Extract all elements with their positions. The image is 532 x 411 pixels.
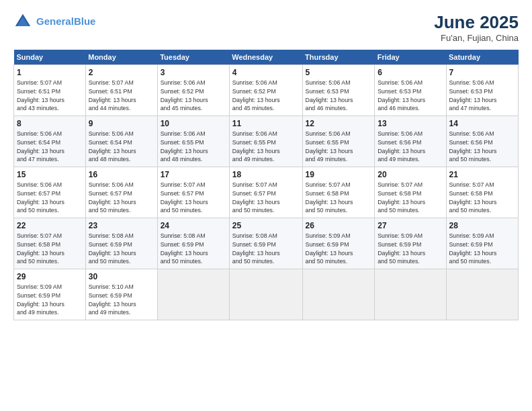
day-cell-8: 8Sunrise: 5:06 AM Sunset: 6:54 PM Daylig… [14, 116, 86, 167]
weekday-header-wednesday: Wednesday [229, 50, 302, 65]
day-info: Sunrise: 5:09 AM Sunset: 6:59 PM Dayligh… [17, 283, 83, 317]
day-number: 1 [17, 68, 83, 77]
day-number: 30 [89, 272, 154, 281]
page: GeneralBlue June 2025 Fu'an, Fujian, Chi… [0, 0, 532, 411]
day-info: Sunrise: 5:06 AM Sunset: 6:54 PM Dayligh… [17, 130, 83, 164]
day-number: 13 [378, 119, 443, 128]
day-number: 21 [449, 170, 516, 179]
empty-cell [446, 269, 519, 320]
day-number: 15 [17, 170, 83, 179]
day-number: 8 [17, 119, 83, 128]
day-info: Sunrise: 5:08 AM Sunset: 6:59 PM Dayligh… [161, 232, 226, 266]
day-info: Sunrise: 5:06 AM Sunset: 6:57 PM Dayligh… [17, 181, 83, 215]
week-row-4: 22Sunrise: 5:07 AM Sunset: 6:58 PM Dayli… [14, 218, 519, 269]
weekday-header-monday: Monday [85, 50, 157, 65]
weekday-header-saturday: Saturday [446, 50, 519, 65]
empty-cell [157, 269, 229, 320]
day-cell-11: 11Sunrise: 5:06 AM Sunset: 6:55 PM Dayli… [229, 116, 302, 167]
day-cell-9: 9Sunrise: 5:06 AM Sunset: 6:54 PM Daylig… [85, 116, 157, 167]
day-info: Sunrise: 5:07 AM Sunset: 6:58 PM Dayligh… [378, 181, 443, 215]
day-cell-7: 7Sunrise: 5:06 AM Sunset: 6:53 PM Daylig… [446, 65, 519, 116]
day-cell-29: 29Sunrise: 5:09 AM Sunset: 6:59 PM Dayli… [14, 269, 86, 320]
day-number: 25 [232, 221, 300, 230]
logo-text: GeneralBlue [36, 15, 95, 28]
day-info: Sunrise: 5:06 AM Sunset: 6:53 PM Dayligh… [449, 79, 516, 113]
empty-cell [229, 269, 302, 320]
day-number: 28 [449, 221, 516, 230]
day-number: 11 [232, 119, 300, 128]
day-info: Sunrise: 5:09 AM Sunset: 6:59 PM Dayligh… [306, 232, 372, 266]
day-info: Sunrise: 5:07 AM Sunset: 6:58 PM Dayligh… [306, 181, 372, 215]
day-number: 16 [89, 170, 154, 179]
day-cell-21: 21Sunrise: 5:07 AM Sunset: 6:58 PM Dayli… [446, 167, 519, 218]
day-info: Sunrise: 5:06 AM Sunset: 6:57 PM Dayligh… [89, 181, 154, 215]
day-number: 2 [89, 68, 154, 77]
day-info: Sunrise: 5:07 AM Sunset: 6:58 PM Dayligh… [17, 232, 83, 266]
day-cell-27: 27Sunrise: 5:09 AM Sunset: 6:59 PM Dayli… [375, 218, 446, 269]
day-cell-5: 5Sunrise: 5:06 AM Sunset: 6:53 PM Daylig… [302, 65, 375, 116]
day-cell-3: 3Sunrise: 5:06 AM Sunset: 6:52 PM Daylig… [157, 65, 229, 116]
day-info: Sunrise: 5:06 AM Sunset: 6:56 PM Dayligh… [449, 130, 516, 164]
header: GeneralBlue June 2025 Fu'an, Fujian, Chi… [13, 12, 519, 43]
day-info: Sunrise: 5:06 AM Sunset: 6:52 PM Dayligh… [161, 79, 226, 113]
day-cell-12: 12Sunrise: 5:06 AM Sunset: 6:55 PM Dayli… [302, 116, 375, 167]
day-number: 18 [232, 170, 300, 179]
day-number: 20 [378, 170, 443, 179]
day-info: Sunrise: 5:09 AM Sunset: 6:59 PM Dayligh… [378, 232, 443, 266]
day-cell-16: 16Sunrise: 5:06 AM Sunset: 6:57 PM Dayli… [85, 167, 157, 218]
week-row-3: 15Sunrise: 5:06 AM Sunset: 6:57 PM Dayli… [14, 167, 519, 218]
day-info: Sunrise: 5:08 AM Sunset: 6:59 PM Dayligh… [232, 232, 300, 266]
day-number: 3 [161, 68, 226, 77]
day-cell-17: 17Sunrise: 5:07 AM Sunset: 6:57 PM Dayli… [157, 167, 229, 218]
logo-icon [13, 12, 32, 31]
day-cell-23: 23Sunrise: 5:08 AM Sunset: 6:59 PM Dayli… [85, 218, 157, 269]
day-cell-1: 1Sunrise: 5:07 AM Sunset: 6:51 PM Daylig… [14, 65, 86, 116]
day-cell-25: 25Sunrise: 5:08 AM Sunset: 6:59 PM Dayli… [229, 218, 302, 269]
day-number: 24 [161, 221, 226, 230]
day-info: Sunrise: 5:06 AM Sunset: 6:55 PM Dayligh… [232, 130, 300, 164]
day-info: Sunrise: 5:07 AM Sunset: 6:57 PM Dayligh… [232, 181, 300, 215]
day-cell-30: 30Sunrise: 5:10 AM Sunset: 6:59 PM Dayli… [85, 269, 157, 320]
week-row-5: 29Sunrise: 5:09 AM Sunset: 6:59 PM Dayli… [14, 269, 519, 320]
day-cell-14: 14Sunrise: 5:06 AM Sunset: 6:56 PM Dayli… [446, 116, 519, 167]
day-number: 14 [449, 119, 516, 128]
day-number: 4 [232, 68, 300, 77]
day-info: Sunrise: 5:08 AM Sunset: 6:59 PM Dayligh… [89, 232, 154, 266]
weekday-header-thursday: Thursday [302, 50, 375, 65]
day-info: Sunrise: 5:09 AM Sunset: 6:59 PM Dayligh… [449, 232, 516, 266]
day-cell-19: 19Sunrise: 5:07 AM Sunset: 6:58 PM Dayli… [302, 167, 375, 218]
week-row-1: 1Sunrise: 5:07 AM Sunset: 6:51 PM Daylig… [14, 65, 519, 116]
day-info: Sunrise: 5:06 AM Sunset: 6:56 PM Dayligh… [378, 130, 443, 164]
day-info: Sunrise: 5:06 AM Sunset: 6:53 PM Dayligh… [378, 79, 443, 113]
day-number: 27 [378, 221, 443, 230]
day-cell-24: 24Sunrise: 5:08 AM Sunset: 6:59 PM Dayli… [157, 218, 229, 269]
day-number: 29 [17, 272, 83, 281]
day-cell-18: 18Sunrise: 5:07 AM Sunset: 6:57 PM Dayli… [229, 167, 302, 218]
day-cell-6: 6Sunrise: 5:06 AM Sunset: 6:53 PM Daylig… [375, 65, 446, 116]
day-number: 9 [89, 119, 154, 128]
day-info: Sunrise: 5:07 AM Sunset: 6:51 PM Dayligh… [89, 79, 154, 113]
month-title: June 2025 [434, 12, 519, 33]
day-cell-10: 10Sunrise: 5:06 AM Sunset: 6:55 PM Dayli… [157, 116, 229, 167]
logo-line1: General [36, 15, 74, 27]
day-number: 23 [89, 221, 154, 230]
weekday-header-tuesday: Tuesday [157, 50, 229, 65]
day-cell-20: 20Sunrise: 5:07 AM Sunset: 6:58 PM Dayli… [375, 167, 446, 218]
day-info: Sunrise: 5:06 AM Sunset: 6:55 PM Dayligh… [306, 130, 372, 164]
day-info: Sunrise: 5:07 AM Sunset: 6:57 PM Dayligh… [161, 181, 226, 215]
day-cell-2: 2Sunrise: 5:07 AM Sunset: 6:51 PM Daylig… [85, 65, 157, 116]
weekday-header-row: SundayMondayTuesdayWednesdayThursdayFrid… [14, 50, 519, 65]
day-cell-26: 26Sunrise: 5:09 AM Sunset: 6:59 PM Dayli… [302, 218, 375, 269]
title-block: June 2025 Fu'an, Fujian, China [434, 12, 519, 43]
day-number: 19 [306, 170, 372, 179]
empty-cell [302, 269, 375, 320]
day-info: Sunrise: 5:07 AM Sunset: 6:58 PM Dayligh… [449, 181, 516, 215]
day-number: 6 [378, 68, 443, 77]
day-number: 10 [161, 119, 226, 128]
weekday-header-sunday: Sunday [14, 50, 86, 65]
day-info: Sunrise: 5:06 AM Sunset: 6:53 PM Dayligh… [306, 79, 372, 113]
day-info: Sunrise: 5:06 AM Sunset: 6:52 PM Dayligh… [232, 79, 300, 113]
day-number: 26 [306, 221, 372, 230]
day-info: Sunrise: 5:06 AM Sunset: 6:55 PM Dayligh… [161, 130, 226, 164]
day-cell-13: 13Sunrise: 5:06 AM Sunset: 6:56 PM Dayli… [375, 116, 446, 167]
